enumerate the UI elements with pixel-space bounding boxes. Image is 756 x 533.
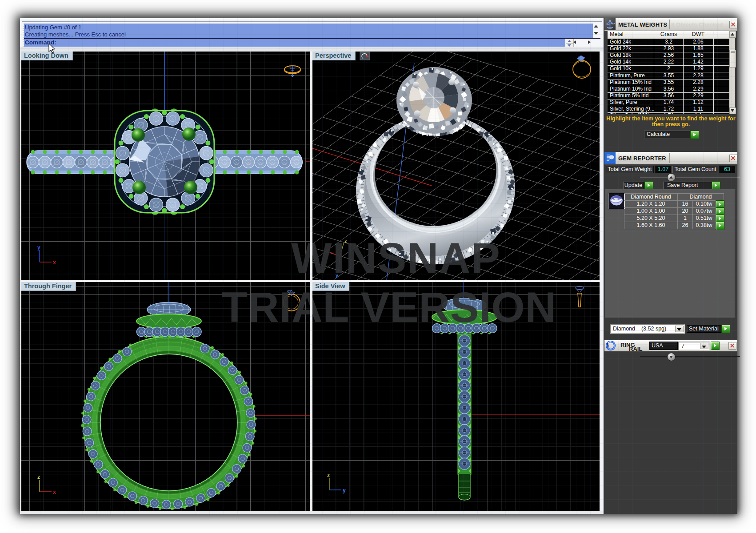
svg-text:z: z <box>37 474 40 480</box>
svg-text:x: x <box>53 259 56 266</box>
svg-text:y: y <box>37 244 40 251</box>
svg-text:y: y <box>343 487 346 493</box>
svg-text:z: z <box>327 472 330 478</box>
svg-text:x: x <box>53 489 56 495</box>
